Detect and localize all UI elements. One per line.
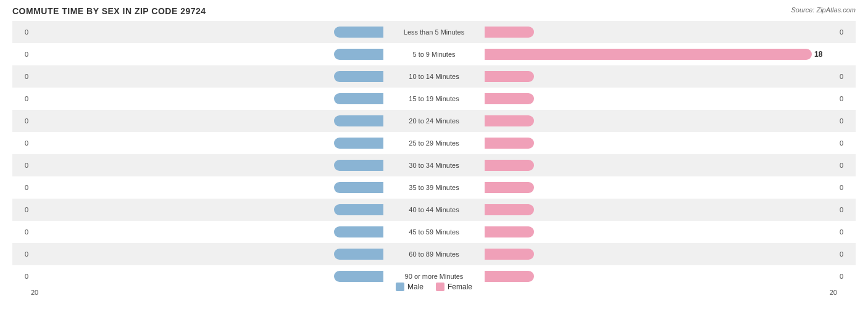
- male-label: Male: [407, 283, 424, 291]
- female-value: 0: [837, 273, 856, 280]
- chart-row: 0 60 to 89 Minutes 0: [12, 243, 856, 265]
- center-label: 10 to 14 Minutes: [385, 73, 483, 80]
- male-value: 0: [12, 206, 31, 213]
- row-inner: 0 10 to 14 Minutes 0: [12, 65, 856, 88]
- bars-wrapper: 35 to 39 Minutes: [31, 179, 837, 196]
- chart-row: 0 35 to 39 Minutes 0: [12, 176, 856, 199]
- bars-wrapper: 25 to 29 Minutes: [31, 134, 837, 152]
- center-label: Less than 5 Minutes: [385, 28, 483, 36]
- male-value: 0: [12, 184, 31, 191]
- female-value: 0: [837, 206, 856, 213]
- female-bar: [485, 93, 534, 104]
- female-bar-container: [483, 247, 837, 261]
- male-value: 0: [12, 139, 31, 147]
- female-value: 0: [837, 162, 856, 169]
- bars-wrapper: 45 to 59 Minutes: [31, 223, 837, 241]
- male-bar-container: [31, 114, 385, 128]
- male-bar: [334, 271, 383, 282]
- male-value: 0: [12, 162, 31, 169]
- male-bar: [334, 49, 383, 60]
- female-bar-container: [483, 92, 837, 105]
- chart-row: 0 Less than 5 Minutes 0: [12, 21, 856, 43]
- legend-male: Male: [396, 283, 424, 291]
- male-bar-container: [31, 92, 385, 105]
- chart-row: 0 10 to 14 Minutes 0: [12, 65, 856, 88]
- female-bar: [485, 49, 812, 60]
- male-bar-container: [31, 136, 385, 150]
- female-bar-container: [483, 70, 837, 83]
- rows-area: 0 Less than 5 Minutes 0 0 5 to 9 Minutes: [12, 21, 856, 287]
- bars-wrapper: Less than 5 Minutes: [31, 23, 837, 41]
- female-value: 0: [837, 28, 856, 36]
- female-label: Female: [448, 283, 472, 291]
- male-bar-container: [31, 270, 385, 283]
- male-value: 0: [12, 73, 31, 80]
- female-bar-container: 18: [483, 47, 837, 61]
- male-bar: [334, 93, 383, 104]
- female-bar-container: [483, 203, 837, 217]
- female-value: 0: [837, 117, 856, 125]
- female-bar: [485, 160, 534, 171]
- row-inner: 0 40 to 44 Minutes 0: [12, 199, 856, 221]
- male-bar-container: [31, 159, 385, 172]
- female-value: 0: [837, 228, 856, 236]
- chart-row: 0 25 to 29 Minutes 0: [12, 132, 856, 154]
- female-value: 0: [837, 184, 856, 191]
- chart-container: COMMUTE TIME BY SEX IN ZIP CODE 29724 So…: [0, 0, 868, 322]
- male-bar-container: [31, 203, 385, 217]
- chart-row: 0 30 to 34 Minutes 0: [12, 154, 856, 176]
- bars-wrapper: 40 to 44 Minutes: [31, 201, 837, 218]
- male-bar: [334, 226, 383, 237]
- female-bar-container: [483, 159, 837, 172]
- male-value: 0: [12, 117, 31, 125]
- row-inner: 0 15 to 19 Minutes 0: [12, 88, 856, 110]
- male-value: 0: [12, 28, 31, 36]
- male-bar: [334, 71, 383, 82]
- female-bar: [485, 115, 534, 126]
- chart-row: 0 5 to 9 Minutes 18: [12, 43, 856, 65]
- row-inner: 0 60 to 89 Minutes 0: [12, 243, 856, 265]
- center-label: 15 to 19 Minutes: [385, 95, 483, 102]
- center-label: 60 to 89 Minutes: [385, 250, 483, 258]
- male-bar-container: [31, 247, 385, 261]
- source-text: Source: ZipAtlas.com: [791, 6, 856, 14]
- bars-wrapper: 15 to 19 Minutes: [31, 90, 837, 107]
- female-bar-container: [483, 225, 837, 239]
- axis-left-label: 20: [31, 289, 38, 296]
- chart-row: 0 15 to 19 Minutes 0: [12, 88, 856, 110]
- male-bar-container: [31, 25, 385, 39]
- center-label: 25 to 29 Minutes: [385, 139, 483, 147]
- female-bar-container: [483, 136, 837, 150]
- female-bar-container: [483, 270, 837, 283]
- male-value: 0: [12, 250, 31, 258]
- female-value: 0: [837, 95, 856, 102]
- female-bar-container: [483, 25, 837, 39]
- chart-row: 0 45 to 59 Minutes 0: [12, 221, 856, 243]
- center-label: 90 or more Minutes: [385, 273, 483, 280]
- female-bar: [485, 138, 534, 149]
- female-value: 0: [837, 139, 856, 147]
- row-inner: 0 30 to 34 Minutes 0: [12, 154, 856, 176]
- female-swatch: [436, 283, 444, 291]
- male-swatch: [396, 283, 404, 291]
- male-value: 0: [12, 95, 31, 102]
- female-bar: [485, 226, 534, 237]
- bars-wrapper: 30 to 34 Minutes: [31, 157, 837, 174]
- center-label: 30 to 34 Minutes: [385, 162, 483, 169]
- bars-wrapper: 10 to 14 Minutes: [31, 68, 837, 85]
- center-label: 35 to 39 Minutes: [385, 184, 483, 191]
- center-label: 40 to 44 Minutes: [385, 206, 483, 213]
- male-bar: [334, 204, 383, 215]
- female-bar: [485, 182, 534, 193]
- male-bar-container: [31, 225, 385, 239]
- bars-wrapper: 20 to 24 Minutes: [31, 112, 837, 130]
- male-value: 0: [12, 228, 31, 236]
- male-bar: [334, 182, 383, 193]
- female-bar: [485, 204, 534, 215]
- male-bar-container: [31, 181, 385, 194]
- female-bar: [485, 271, 534, 282]
- chart-row: 0 40 to 44 Minutes 0: [12, 199, 856, 221]
- female-bar: [485, 71, 534, 82]
- male-bar: [334, 160, 383, 171]
- center-label: 20 to 24 Minutes: [385, 117, 483, 125]
